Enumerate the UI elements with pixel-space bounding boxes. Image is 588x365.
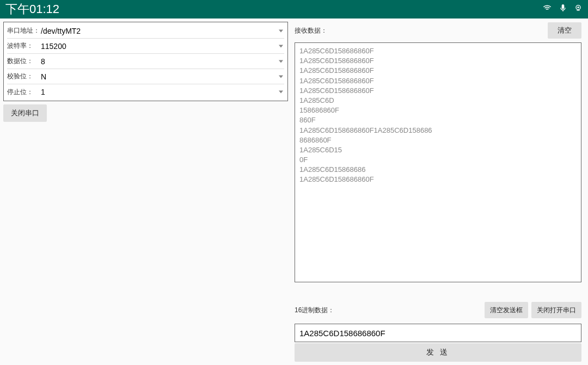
send-action-buttons: 清空发送框 关闭打开串口	[485, 302, 581, 318]
receive-header: 接收数据： 清空	[295, 22, 581, 39]
address-dropdown[interactable]: 串口地址： /dev/ttyMT2	[7, 23, 284, 39]
send-button[interactable]: 发 送	[295, 343, 581, 362]
clear-button[interactable]: 清空	[548, 22, 581, 39]
config-box: 串口地址： /dev/ttyMT2 波特率： 115200 数据位： 8 校验位…	[3, 22, 288, 101]
receive-label: 接收数据：	[295, 26, 327, 35]
send-label: 16进制数据：	[295, 306, 334, 315]
parity-label: 校验位：	[7, 72, 41, 81]
chevron-down-icon	[279, 45, 283, 47]
clear-send-button[interactable]: 清空发送框	[485, 302, 528, 318]
close-open-serial-button[interactable]: 关闭打开串口	[531, 302, 581, 318]
baud-dropdown[interactable]: 波特率： 115200	[7, 39, 284, 54]
stopbits-dropdown[interactable]: 停止位： 1	[7, 84, 284, 100]
right-panel: 接收数据： 清空 1A285C6D158686860F 1A285C6D1586…	[291, 22, 585, 362]
main-content: 串口地址： /dev/ttyMT2 波特率： 115200 数据位： 8 校验位…	[0, 18, 588, 365]
parity-value: N	[41, 72, 284, 81]
status-icons	[542, 3, 583, 15]
left-panel: 串口地址： /dev/ttyMT2 波特率： 115200 数据位： 8 校验位…	[3, 22, 288, 362]
svg-point-1	[578, 7, 579, 8]
chevron-down-icon	[279, 91, 283, 94]
parity-dropdown[interactable]: 校验位： N	[7, 69, 284, 84]
chevron-down-icon	[279, 75, 283, 78]
address-value: /dev/ttyMT2	[41, 27, 284, 35]
baud-value: 115200	[41, 42, 284, 51]
stopbits-label: 停止位：	[7, 88, 41, 97]
wifi-icon	[542, 3, 552, 15]
camera-icon	[574, 4, 583, 15]
receive-textarea[interactable]: 1A285C6D158686860F 1A285C6D158686860F 1A…	[295, 42, 581, 282]
address-label: 串口地址：	[7, 26, 41, 35]
status-time: 下午01:12	[5, 1, 59, 17]
databits-value: 8	[41, 57, 284, 66]
hex-data-input[interactable]	[295, 324, 581, 342]
stopbits-value: 1	[41, 88, 284, 96]
chevron-down-icon	[279, 60, 283, 63]
databits-dropdown[interactable]: 数据位： 8	[7, 54, 284, 69]
status-bar: 下午01:12	[0, 0, 588, 18]
send-header: 16进制数据： 清空发送框 关闭打开串口	[295, 301, 581, 319]
databits-label: 数据位：	[7, 57, 41, 66]
baud-label: 波特率：	[7, 41, 41, 51]
mic-icon	[559, 4, 567, 15]
chevron-down-icon	[279, 29, 283, 32]
close-serial-button[interactable]: 关闭串口	[3, 104, 47, 122]
